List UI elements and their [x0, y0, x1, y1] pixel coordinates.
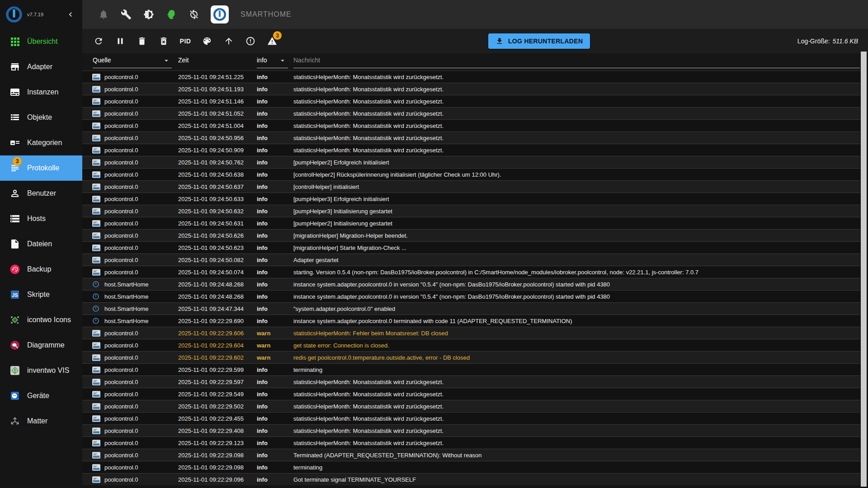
log-size-label: Log-Größe:: [797, 38, 830, 45]
sidebar-item-adapter[interactable]: Adapter: [0, 54, 82, 80]
settings-wrench-icon[interactable]: [120, 9, 132, 20]
log-message-cell: [migrationHelper] Migration-Helper beend…: [293, 232, 860, 239]
log-message-cell: [controlHelper2] Rückspülerinnerung init…: [293, 171, 860, 178]
iobroker-admin-app: v7.7.19 ÜbersichtAdapterInstanzenObjekte…: [0, 0, 868, 488]
sidebar-item-instanzen[interactable]: Instanzen: [0, 80, 82, 105]
log-source-cell: poolcontrol.0: [82, 146, 178, 154]
sidebar: v7.7.19 ÜbersichtAdapterInstanzenObjekte…: [0, 0, 82, 488]
log-severity-cell: info: [257, 159, 293, 166]
log-source-cell: poolcontrol.0: [82, 159, 178, 166]
log-message-cell: [controlHelper] initialisiert: [293, 183, 860, 190]
log-source-text: poolcontrol.0: [104, 257, 138, 263]
sidebar-item-label: Hosts: [27, 215, 46, 223]
log-row: poolcontrol.02025-11-01 09:24:50.638info…: [82, 168, 860, 180]
log-source-cell: poolcontrol.0: [82, 98, 178, 105]
pid-toggle-button[interactable]: PID: [175, 32, 196, 51]
log-row: host.SmartHome2025-11-01 09:24:48.268inf…: [82, 290, 860, 302]
log-source-text: poolcontrol.0: [104, 379, 138, 385]
log-source-text: poolcontrol.0: [104, 476, 138, 483]
collapse-sidebar-icon[interactable]: [66, 10, 75, 19]
sidebar-item-dateien[interactable]: Dateien: [0, 231, 82, 257]
sidebar-item-skripte[interactable]: JSSkripte: [0, 282, 82, 307]
expert-mode-icon[interactable]: [165, 9, 177, 20]
scroll-top-button[interactable]: [218, 32, 240, 51]
log-time-cell: 2025-11-01 09:22:29.502: [178, 403, 257, 410]
log-time-cell: 2025-11-01 09:24:50.626: [178, 232, 257, 239]
severity-filter-select[interactable]: info: [257, 56, 267, 64]
log-row: poolcontrol.02025-11-01 09:24:50.637info…: [82, 180, 860, 192]
log-source-text: poolcontrol.0: [104, 196, 138, 202]
log-row: poolcontrol.02025-11-01 09:24:50.956info…: [82, 131, 860, 144]
admin-version-label: v7.7.19: [27, 12, 43, 17]
poolcontrol-adapter-icon: [92, 366, 100, 373]
log-severity-cell: info: [257, 318, 293, 324]
vertical-scrollbar[interactable]: [861, 52, 867, 487]
log-severity-cell: info: [257, 98, 293, 105]
log-row: poolcontrol.02025-11-01 09:24:50.623info…: [82, 241, 860, 253]
log-time-cell: 2025-11-01 09:24:51.146: [178, 98, 257, 105]
poolcontrol-adapter-icon: [92, 329, 100, 337]
log-severity-cell: info: [257, 196, 293, 202]
sidebar-item-inventwo-vis[interactable]: inventwo VIS: [0, 358, 82, 383]
toolbar-buttons: PID3: [88, 32, 283, 51]
log-source-text: poolcontrol.0: [104, 86, 138, 93]
notifications-icon[interactable]: [98, 9, 109, 20]
log-time-cell: 2025-11-01 09:24:50.638: [178, 171, 257, 178]
clear-log-disk-button[interactable]: [153, 32, 175, 51]
log-severity-cell: info: [257, 391, 293, 398]
sidebar-item-matter[interactable]: Matter: [0, 408, 82, 434]
log-row: host.SmartHome2025-11-01 09:24:48.268inf…: [82, 278, 860, 290]
app-logo-chip[interactable]: [211, 5, 229, 23]
log-source-text: poolcontrol.0: [104, 98, 138, 105]
theme-toggle-icon[interactable]: [143, 9, 155, 20]
poolcontrol-adapter-icon: [92, 354, 100, 361]
source-filter-select[interactable]: Quelle: [93, 56, 111, 64]
sidebar-item-backup[interactable]: Backup: [0, 257, 82, 282]
pause-button[interactable]: [109, 32, 131, 51]
sidebar-item-ger-te[interactable]: Geräte: [0, 383, 82, 408]
log-size-value: 511.6 KB: [832, 38, 858, 45]
log-severity-cell: info: [257, 220, 293, 227]
log-severity-cell: info: [257, 171, 293, 178]
sidebar-item-benutzer[interactable]: Benutzer: [0, 181, 82, 206]
sidebar-item-label: Objekte: [27, 113, 52, 122]
clear-log-button[interactable]: [131, 32, 153, 51]
download-log-button[interactable]: LOG HERUNTERLADEN: [488, 33, 590, 49]
iobroker-chip-icon: [213, 8, 226, 21]
iobroker-logo-icon: [5, 6, 23, 23]
poolcontrol-adapter-icon: [92, 183, 100, 190]
message-filter-input[interactable]: Nachricht: [293, 56, 320, 64]
log-message-cell: [pumpHelper3] Initialisierung gestartet: [293, 208, 860, 215]
grid-icon: [9, 36, 21, 47]
refresh-button[interactable]: [88, 32, 109, 51]
log-time-cell: 2025-11-01 09:22:29.690: [178, 318, 257, 324]
sidebar-item-hosts[interactable]: Hosts: [0, 206, 82, 231]
log-message-cell: instance system.adapter.poolcontrol.0 te…: [293, 318, 860, 324]
sidebar-item-diagramme[interactable]: Diagramme: [0, 333, 82, 358]
sidebar-item-icontwo-icons[interactable]: icontwo Icons: [0, 307, 82, 333]
log-message-cell: [pumpHelper2] Erfolgreich initialisiert: [293, 159, 860, 166]
sidebar-item--bersicht[interactable]: Übersicht: [0, 29, 82, 54]
log-message-cell: statisticsHelperMonth: Monatsstatistik w…: [293, 440, 860, 446]
errors-filter-button[interactable]: [240, 32, 261, 51]
log-message-cell: statisticsHelperMonth: Monatsstatistik w…: [293, 74, 860, 80]
sidebar-item-kategorien[interactable]: Kategorien: [0, 130, 82, 155]
log-source-cell: host.SmartHome: [82, 317, 178, 324]
log-source-text: poolcontrol.0: [104, 122, 138, 129]
poolcontrol-adapter-icon: [92, 390, 100, 398]
log-row: poolcontrol.02025-11-01 09:24:50.762info…: [82, 156, 860, 168]
log-time-cell: 2025-11-01 09:24:51.225: [178, 74, 257, 80]
inventwo-icon: [9, 365, 21, 376]
log-message-cell: Got terminate signal TERMINATE_YOURSELF: [293, 476, 860, 483]
sync-disabled-icon[interactable]: [188, 9, 200, 20]
sidebar-item-protokolle[interactable]: Protokolle3: [0, 155, 82, 181]
sidebar-item-objekte[interactable]: Objekte: [0, 105, 82, 130]
log-row: poolcontrol.02025-11-01 09:22:29.549info…: [82, 388, 860, 400]
log-source-text: poolcontrol.0: [104, 403, 138, 410]
log-message-cell: statisticsHelperMonth: Monatsstatistik w…: [293, 135, 860, 141]
colorize-button[interactable]: [196, 32, 218, 51]
poolcontrol-adapter-icon: [92, 476, 100, 483]
log-size: Log-Größe: 511.6 KB: [797, 29, 858, 53]
warnings-filter-button[interactable]: 3: [261, 32, 283, 51]
log-message-cell: statisticsHelperMonth: Monatsstatistik w…: [293, 86, 860, 93]
